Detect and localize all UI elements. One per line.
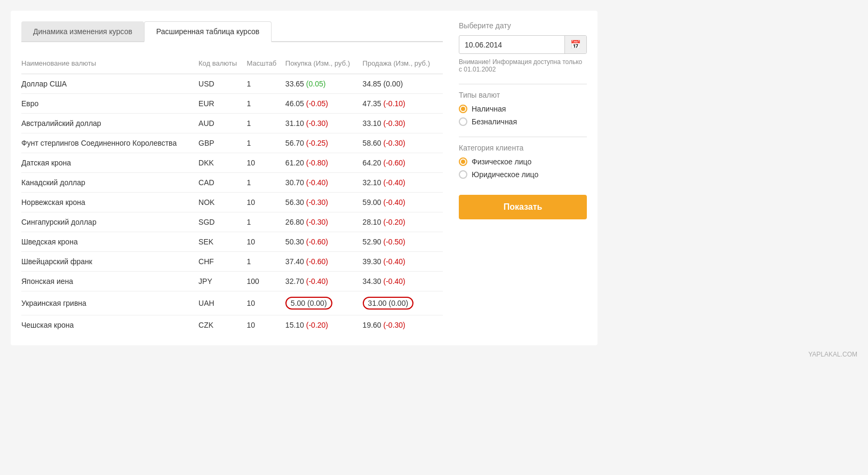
cell-scale: 1 bbox=[247, 133, 285, 153]
date-label: Выберите дату bbox=[459, 21, 587, 30]
client-category-label: Категория клиента bbox=[459, 144, 587, 152]
currency-type-section: Типы валют Наличная Безналичная bbox=[459, 91, 587, 126]
cell-scale: 10 bbox=[247, 153, 285, 173]
radio-cash[interactable]: Наличная bbox=[459, 105, 587, 113]
calendar-icon-button[interactable]: 📅 bbox=[564, 36, 586, 53]
cell-sell: 52.90 (-0.50) bbox=[363, 232, 443, 252]
cell-buy: 56.30 (-0.30) bbox=[285, 193, 363, 212]
col-buy: Покупка (Изм., руб.) bbox=[285, 55, 363, 74]
cell-scale: 1 bbox=[247, 173, 285, 193]
radio-legal[interactable]: Юридическое лицо bbox=[459, 170, 587, 179]
cell-name: Японская иена bbox=[21, 272, 198, 291]
cell-scale: 10 bbox=[247, 232, 285, 252]
table-row: Шведская кронаSEK1050.30 (-0.60)52.90 (-… bbox=[21, 232, 443, 252]
cell-name: Евро bbox=[21, 94, 198, 114]
cell-sell: 59.00 (-0.40) bbox=[363, 193, 443, 212]
cell-sell: 39.30 (-0.40) bbox=[363, 252, 443, 272]
cell-scale: 1 bbox=[247, 114, 285, 133]
table-row: Австралийский долларAUD131.10 (-0.30)33.… bbox=[21, 114, 443, 133]
cell-buy: 15.10 (-0.20) bbox=[285, 315, 363, 335]
cell-scale: 100 bbox=[247, 272, 285, 291]
cell-name: Шведская крона bbox=[21, 232, 198, 252]
cell-buy: 26.80 (-0.30) bbox=[285, 212, 363, 232]
tab-extended[interactable]: Расширенная таблица курсов bbox=[144, 21, 272, 42]
cell-sell: 19.60 (-0.30) bbox=[363, 315, 443, 335]
cell-sell: 58.60 (-0.30) bbox=[363, 133, 443, 153]
cell-sell: 31.00 (0.00) bbox=[363, 291, 443, 315]
col-name: Наименование валюты bbox=[21, 55, 198, 74]
cell-sell: 34.85 (0.00) bbox=[363, 74, 443, 94]
divider-1 bbox=[459, 84, 587, 84]
cell-sell: 33.10 (-0.30) bbox=[363, 114, 443, 133]
uah-sell-highlight: 31.00 (0.00) bbox=[363, 297, 414, 310]
currency-type-group: Наличная Безналичная bbox=[459, 105, 587, 126]
currency-type-label: Типы валют bbox=[459, 91, 587, 99]
divider-2 bbox=[459, 137, 587, 137]
cell-scale: 10 bbox=[247, 291, 285, 315]
show-button[interactable]: Показать bbox=[459, 195, 587, 219]
cell-code: EUR bbox=[198, 94, 246, 114]
table-row: Украинская гривнаUAH105.00 (0.00)31.00 (… bbox=[21, 291, 443, 315]
col-scale: Масштаб bbox=[247, 55, 285, 74]
cell-buy: 61.20 (-0.80) bbox=[285, 153, 363, 173]
cell-name: Датская крона bbox=[21, 153, 198, 173]
cell-scale: 10 bbox=[247, 193, 285, 212]
uah-buy-highlight: 5.00 (0.00) bbox=[285, 297, 332, 310]
watermark: YAPLAKAL.COM bbox=[11, 351, 857, 358]
radio-individual[interactable]: Физическое лицо bbox=[459, 157, 587, 166]
cell-code: CAD bbox=[198, 173, 246, 193]
cell-name: Швейцарский франк bbox=[21, 252, 198, 272]
cell-buy: 37.40 (-0.60) bbox=[285, 252, 363, 272]
date-input[interactable] bbox=[459, 37, 564, 53]
cell-buy: 31.10 (-0.30) bbox=[285, 114, 363, 133]
radio-cash-circle bbox=[459, 105, 467, 113]
cell-scale: 1 bbox=[247, 212, 285, 232]
table-row: Швейцарский франкCHF137.40 (-0.60)39.30 … bbox=[21, 252, 443, 272]
radio-cash-label: Наличная bbox=[472, 105, 506, 113]
client-category-group: Физическое лицо Юридическое лицо bbox=[459, 157, 587, 179]
radio-individual-label: Физическое лицо bbox=[472, 157, 531, 166]
cell-code: SGD bbox=[198, 212, 246, 232]
cell-name: Сингапурский доллар bbox=[21, 212, 198, 232]
col-code: Код валюты bbox=[198, 55, 246, 74]
cell-scale: 1 bbox=[247, 74, 285, 94]
table-row: Норвежская кронаNOK1056.30 (-0.30)59.00 … bbox=[21, 193, 443, 212]
date-note: Внимание! Информация доступна только с 0… bbox=[459, 58, 587, 73]
cell-scale: 10 bbox=[247, 315, 285, 335]
cell-sell: 28.10 (-0.20) bbox=[363, 212, 443, 232]
cell-sell: 34.30 (-0.40) bbox=[363, 272, 443, 291]
cell-sell: 32.10 (-0.40) bbox=[363, 173, 443, 193]
cell-code: CHF bbox=[198, 252, 246, 272]
radio-noncash[interactable]: Безналичная bbox=[459, 117, 587, 126]
cell-sell: 47.35 (-0.10) bbox=[363, 94, 443, 114]
radio-noncash-circle bbox=[459, 117, 467, 126]
table-row: Доллар СШАUSD133.65 (0.05)34.85 (0.00) bbox=[21, 74, 443, 94]
tab-dynamics[interactable]: Динамика изменения курсов bbox=[21, 21, 144, 41]
currency-table: Наименование валюты Код валюты Масштаб П… bbox=[21, 55, 443, 335]
cell-buy: 50.30 (-0.60) bbox=[285, 232, 363, 252]
cell-code: CZK bbox=[198, 315, 246, 335]
cell-name: Чешская крона bbox=[21, 315, 198, 335]
cell-code: USD bbox=[198, 74, 246, 94]
table-row: Сингапурский долларSGD126.80 (-0.30)28.1… bbox=[21, 212, 443, 232]
cell-code: AUD bbox=[198, 114, 246, 133]
cell-code: UAH bbox=[198, 291, 246, 315]
main-content: Динамика изменения курсов Расширенная та… bbox=[21, 21, 443, 335]
date-section: Выберите дату 📅 Внимание! Информация дос… bbox=[459, 21, 587, 73]
sidebar: Выберите дату 📅 Внимание! Информация дос… bbox=[459, 21, 587, 335]
cell-name: Норвежская крона bbox=[21, 193, 198, 212]
cell-name: Фунт стерлингов Соединенного Королевства bbox=[21, 133, 198, 153]
cell-code: GBP bbox=[198, 133, 246, 153]
cell-code: SEK bbox=[198, 232, 246, 252]
cell-code: JPY bbox=[198, 272, 246, 291]
cell-code: NOK bbox=[198, 193, 246, 212]
client-category-section: Категория клиента Физическое лицо Юридич… bbox=[459, 144, 587, 179]
tabs: Динамика изменения курсов Расширенная та… bbox=[21, 21, 443, 42]
radio-legal-label: Юридическое лицо bbox=[472, 170, 538, 179]
table-row: Канадский долларCAD130.70 (-0.40)32.10 (… bbox=[21, 173, 443, 193]
table-row: ЕвроEUR146.05 (-0.05)47.35 (-0.10) bbox=[21, 94, 443, 114]
cell-buy: 46.05 (-0.05) bbox=[285, 94, 363, 114]
cell-sell: 64.20 (-0.60) bbox=[363, 153, 443, 173]
table-row: Чешская кронаCZK1015.10 (-0.20)19.60 (-0… bbox=[21, 315, 443, 335]
cell-buy: 33.65 (0.05) bbox=[285, 74, 363, 94]
